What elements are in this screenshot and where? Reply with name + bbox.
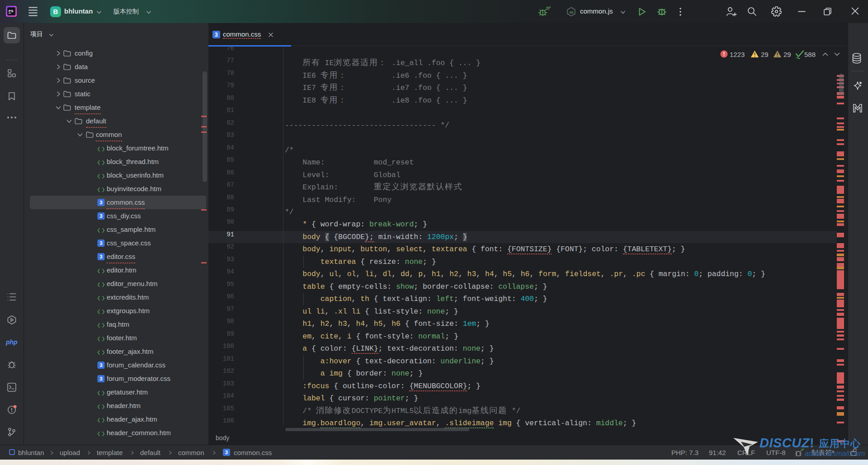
svg-text:3: 3 [99, 240, 102, 246]
svg-text:3: 3 [99, 213, 102, 219]
svg-text:3: 3 [99, 362, 102, 368]
svg-text:JS: JS [569, 10, 574, 14]
svg-text:3: 3 [215, 32, 218, 38]
svg-text:3: 3 [99, 376, 102, 381]
svg-text:3: 3 [225, 450, 228, 455]
svg-text:PS: PS [9, 9, 14, 13]
svg-text:3: 3 [99, 254, 102, 259]
svg-text:3: 3 [99, 200, 102, 205]
